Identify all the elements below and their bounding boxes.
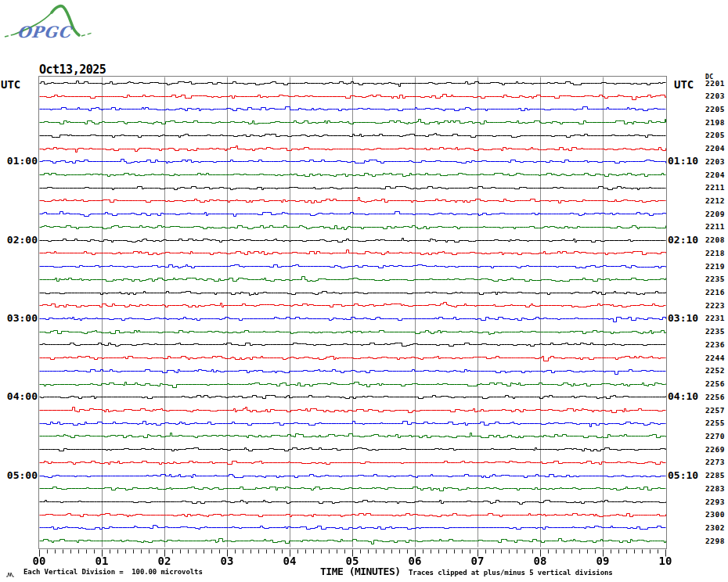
dc-value: 2293	[698, 498, 725, 506]
dc-value: 2201	[698, 79, 725, 88]
x-tick-label: 08	[524, 555, 556, 566]
dc-value: 2223	[698, 301, 725, 310]
dc-value: 2203	[698, 157, 725, 166]
dc-value: 2269	[698, 445, 725, 454]
dc-value: 2231	[698, 314, 725, 322]
right-utc-title: UTC	[674, 78, 694, 91]
dc-value: 2236	[698, 340, 725, 349]
logo-text: OPGC	[16, 23, 74, 41]
dc-value: 2244	[698, 354, 725, 362]
wiggle-icon	[6, 571, 16, 577]
dc-value: 2198	[698, 118, 725, 127]
dc-value: 2283	[698, 484, 725, 493]
left-hour-label: 01:00	[2, 155, 38, 167]
clip-note: Traces clipped at plus/minus 5 vertical …	[409, 569, 613, 577]
dc-value: 2273	[698, 458, 725, 466]
dc-value: 2209	[698, 210, 725, 218]
dc-value: 2302	[698, 523, 725, 532]
time-axis-label: TIME (MINUTES)	[320, 566, 401, 577]
dc-value: 2298	[698, 537, 725, 545]
x-tick-label: 02	[149, 555, 180, 566]
dc-value: 2235	[698, 327, 725, 336]
x-tick-label: 09	[587, 555, 618, 566]
dc-value: 2204	[698, 144, 725, 153]
dc-value: 2256	[698, 393, 725, 401]
header-date: Oct13,2025	[39, 64, 206, 76]
dc-value: 2205	[698, 105, 725, 113]
left-hour-label: 03:00	[2, 312, 38, 325]
dc-value: 2255	[698, 419, 725, 427]
dc-value: 2219	[698, 262, 725, 271]
x-tick-label: 03	[211, 555, 243, 566]
dc-value: 2211	[698, 183, 725, 192]
dc-value: 2235	[698, 275, 725, 283]
logo-curve-dash-right	[81, 33, 92, 36]
dc-value: 2212	[698, 196, 725, 205]
dc-value: 2270	[698, 432, 725, 440]
logo-curve-dash-left	[5, 34, 14, 37]
dc-value: 2205	[698, 131, 725, 139]
scale-note: Each Vertical Division = 100.00 microvol…	[23, 568, 203, 576]
dc-value: 2216	[698, 288, 725, 296]
dc-value: 2208	[698, 235, 725, 244]
x-tick-label: 07	[462, 555, 493, 566]
x-tick-label: 05	[337, 555, 368, 566]
x-tick-label: 06	[399, 555, 431, 566]
helicorder-page: OPGC Oct13,2025 SSB HHZ G 10 (LB St Sauv…	[0, 0, 728, 582]
helicorder-canvas	[39, 77, 667, 559]
dc-value: 2204	[698, 171, 725, 179]
dc-value: 2218	[698, 249, 725, 257]
dc-value: 2211	[698, 222, 725, 231]
opgc-logo: OPGC	[3, 2, 97, 42]
dc-value: 2285	[698, 471, 725, 480]
dc-value: 2300	[698, 510, 725, 519]
x-tick-label: 01	[86, 555, 117, 566]
left-hour-label: 02:00	[2, 234, 38, 246]
dc-value: 2203	[698, 92, 725, 100]
x-tick-label: 04	[274, 555, 305, 566]
dc-value: 2252	[698, 366, 725, 375]
x-tick-label: 00	[23, 555, 55, 566]
left-hour-label: 04:00	[2, 390, 38, 403]
left-utc-title: UTC	[1, 78, 20, 91]
dc-value: 2257	[698, 406, 725, 415]
left-hour-label: 05:00	[2, 469, 38, 482]
dc-value: 2256	[698, 379, 725, 388]
x-tick-label: 10	[650, 555, 681, 566]
